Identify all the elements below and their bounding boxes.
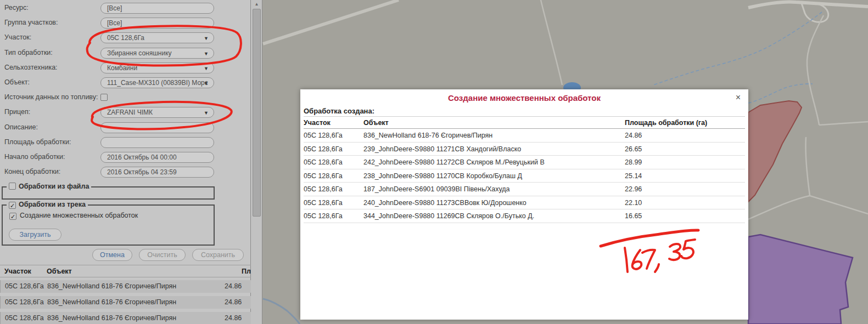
cell-plot: 05С 128,6Га [304, 212, 343, 220]
cell-area: 16.65 [625, 212, 642, 220]
field-input[interactable] [100, 137, 214, 148]
cell-object: 239_JohnDeere-S9880 11271СВ Хандогий/Вла… [363, 145, 521, 153]
field-select[interactable]: 111_Case-MX310 (00839ВІ) Морс▼ [100, 77, 214, 88]
multi-treatment-label: Создание множественных обработок [20, 212, 138, 219]
cell-object: 344_JohnDeere-S9880 11269СВ Скляров О./Б… [363, 212, 534, 220]
created-label: Обработка создана: [304, 107, 374, 115]
form-row-9: Площадь обработки: [0, 137, 251, 149]
map-road [805, 137, 810, 196]
chevron-down-icon: ▼ [204, 78, 209, 88]
form-row-1: Группа участков:[Все] [0, 17, 251, 29]
map-road [807, 15, 824, 125]
dialog-table-row: 05С 128,6Га836_NewHolland 618-76 Єгориче… [304, 129, 745, 143]
save-button[interactable]: Сохранить [192, 249, 244, 261]
field-label: Ресурс: [4, 4, 29, 12]
table-row[interactable]: 05С 128,6Га836_NewHolland 618-76 Єгориче… [0, 296, 251, 309]
dialog-table-row: 05С 128,6Га344_JohnDeere-S9880 11269СВ С… [304, 209, 745, 223]
dialog-title: Создание множественных обработок [300, 93, 748, 103]
multi-treatment-row: ✓Создание множественных обработок [9, 212, 138, 220]
cell-area: 24.86 [625, 132, 642, 139]
field-label: Участок: [4, 33, 31, 41]
cancel-button[interactable]: Отмена [92, 249, 132, 261]
field-label: Прицеп: [4, 108, 30, 116]
field-label: Описание: [4, 123, 38, 131]
field-select[interactable]: 05С 128,6Га▼ [100, 32, 214, 43]
field-label: Площадь обработки: [4, 138, 71, 146]
field-input[interactable]: 2016 Октябрь 04 00:00 [100, 152, 214, 163]
cell-object: 187_JohnDeere-S6901 09039ВІ Півень/Хахуд… [363, 185, 510, 193]
multi-treatment-checkbox[interactable]: ✓ [9, 213, 16, 220]
map-road [819, 122, 868, 125]
cell-area: 24.86 [225, 298, 242, 306]
cell-plot: 05С 128,6Га [304, 132, 343, 139]
field-label: Группа участков: [4, 19, 58, 26]
dialog-table-row: 05С 128,6Га240_JohnDeere-S9880 11273СВВо… [304, 196, 745, 210]
form-row-6: Источник данных по топливу: [0, 92, 251, 104]
cell-area: 28.99 [625, 158, 642, 166]
field-label: Тип обработки: [4, 49, 53, 56]
cell-object: 836_NewHolland 618-76 Єгоричев/Пирян [47, 298, 176, 306]
field-input[interactable]: [Все] [100, 3, 214, 14]
cell-plot: 05С 128,6Га [304, 199, 343, 207]
field-input[interactable]: [Все] [100, 18, 214, 29]
app-window: { "sidebar": { "fields": [ { "label": "Р… [0, 0, 868, 324]
field-select[interactable]: ZAFRANI ЧІМК▼ [100, 107, 214, 118]
cell-plot: 05С 128,6Га [304, 158, 343, 166]
cell-object: 836_NewHolland 618-76 Єгоричев/Пирян [47, 314, 176, 322]
cell-area: 24.86 [225, 282, 242, 290]
file-group-label: Обработки из файла [19, 183, 89, 190]
track-group-label: Обработки из трека [19, 201, 86, 208]
cell-object: 242_JohnDeere-S9880 11272СВ Скляров М./Р… [363, 158, 545, 166]
track-group-box: ✓Обработки из трека ✓Создание множествен… [2, 204, 215, 246]
clear-button[interactable]: Очистить [139, 249, 186, 261]
field-input[interactable] [100, 122, 214, 133]
chevron-down-icon: ▼ [204, 64, 209, 73]
cell-area: 25.14 [625, 172, 642, 180]
dialog-table-row: 05С 128,6Га239_JohnDeere-S9880 11271СВ Х… [304, 143, 745, 156]
cell-plot: 05С 128,6Га [5, 314, 44, 322]
treatment-form-panel: Ресурс:[Все]Группа участков:[Все]Участок… [0, 0, 251, 324]
file-group-box: Обработки из файла [2, 186, 215, 200]
divider [304, 116, 745, 117]
load-button[interactable]: Загрузить [9, 229, 61, 241]
dialog-col-area: Площадь обработки (га) [625, 119, 707, 127]
field-select[interactable]: Комбайни▼ [100, 62, 214, 73]
field-label: Источник данных по топливу: [4, 93, 98, 101]
dialog-col-object: Объект [363, 119, 389, 127]
cell-object: 240_JohnDeere-S9880 11273СВВовк Ю/Дороше… [363, 199, 527, 207]
field-select[interactable]: Збирання соняшнику▼ [100, 48, 214, 59]
file-group-checkbox[interactable] [9, 183, 16, 190]
table-row[interactable]: 05С 128,6Га836_NewHolland 618-76 Єгориче… [0, 280, 251, 293]
sidebar-scrollbar[interactable]: ▲ [251, 0, 262, 324]
map-field-red-polygon[interactable] [748, 101, 802, 202]
field-input[interactable]: 2016 Октябрь 04 23:59 [100, 167, 214, 178]
cell-area: 26.65 [625, 145, 642, 153]
form-row-3: Тип обработки:Збирання соняшнику▼ [0, 47, 251, 59]
fuel-source-checkbox[interactable] [100, 94, 108, 101]
map-road [541, 0, 562, 85]
map-road [263, 0, 399, 44]
sidebar-col-object: Объект [47, 268, 72, 275]
field-label: Сельхозтехника: [4, 64, 58, 71]
multi-treatment-dialog: Создание множественных обработок × Обраб… [300, 89, 748, 320]
form-row-7: Прицеп:ZAFRANI ЧІМК▼ [0, 106, 251, 118]
chevron-up-icon[interactable]: ▲ [252, 0, 261, 8]
map-field-purple-polygon[interactable] [748, 235, 853, 324]
form-row-4: Сельхозтехника:Комбайни▼ [0, 62, 251, 74]
sidebar-table-header: Участок Объект Площадь [0, 265, 251, 277]
cell-plot: 05С 128,6Га [5, 282, 44, 290]
cell-area: 24.86 [225, 314, 242, 322]
cell-object: 836_NewHolland 618-76 Єгоричев/Пирян [363, 132, 492, 139]
form-row-10: Начало обработки:2016 Октябрь 04 00:00 [0, 151, 251, 163]
track-group-checkbox[interactable]: ✓ [9, 202, 16, 209]
close-icon[interactable]: × [736, 93, 741, 103]
form-row-0: Ресурс:[Все] [0, 2, 251, 14]
cell-area: 22.10 [625, 199, 642, 207]
map-road [748, 196, 868, 219]
table-row[interactable]: 05С 128,6Га836_NewHolland 618-76 Єгориче… [0, 312, 251, 324]
form-row-8: Описание: [0, 122, 251, 134]
scrollbar-thumb[interactable] [253, 9, 261, 217]
cell-plot: 05С 128,6Га [304, 185, 343, 193]
cell-plot: 05С 128,6Га [304, 145, 343, 153]
dialog-col-plot: Участок [304, 119, 331, 127]
